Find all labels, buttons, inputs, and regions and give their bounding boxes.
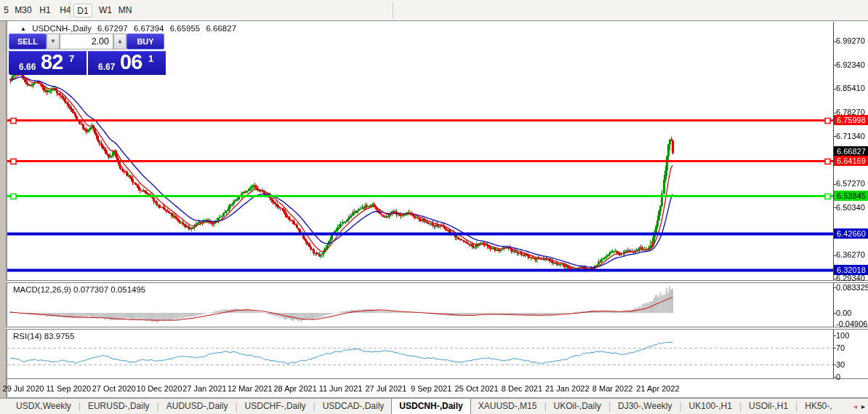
chart-tab-hk50-[interactable]: HK50-, bbox=[797, 399, 839, 414]
buy-price-prefix: 6.67 bbox=[98, 62, 115, 72]
buy-price-point: 1 bbox=[148, 53, 153, 64]
chart-symbol-period: USDCNH-,Daily bbox=[32, 24, 92, 33]
level-price-badge: 6.42660 bbox=[834, 228, 868, 239]
rsi-axis-label: 70 bbox=[836, 343, 845, 352]
buy-price-pips: 06 bbox=[120, 50, 142, 74]
date-axis-label: 11 Sep 2020 bbox=[47, 384, 92, 393]
rsi-name: RSI(14) bbox=[13, 332, 42, 341]
tab-scroll-nav: ◂ ▸ bbox=[853, 399, 865, 414]
date-axis-label: 25 Oct 2021 bbox=[455, 384, 499, 393]
chart-tab-ukoil-daily[interactable]: UKOil-,Daily bbox=[547, 399, 608, 414]
tabs-holder: USDX,Weekly|EURUSD-,Daily|AUDUSD-,Daily|… bbox=[9, 399, 840, 414]
timeframe-button-w1[interactable]: W1 bbox=[96, 4, 115, 17]
rsi-value: 83.9755 bbox=[44, 332, 75, 341]
sell-price-point: 7 bbox=[69, 53, 74, 64]
macd-axis-label: 0.00 bbox=[836, 308, 851, 317]
chart-tab-dj30-weekly[interactable]: DJ30-,Weekly bbox=[611, 399, 679, 414]
timeframe-button-d1[interactable]: D1 bbox=[73, 4, 92, 17]
timeframe-button-mn[interactable]: MN bbox=[115, 4, 135, 17]
volume-increase-icon[interactable]: ▲ bbox=[113, 33, 126, 49]
macd-axis-label: -0.049068 bbox=[836, 319, 868, 328]
level-price-badge: 6.64169 bbox=[834, 156, 868, 166]
ohlc-low: 6.65955 bbox=[170, 24, 201, 33]
macd-values: 0.077307 0.051495 bbox=[73, 285, 145, 294]
timeframe-button-h4[interactable]: H4 bbox=[57, 4, 74, 17]
date-axis-label: 12 Mar 2021 bbox=[228, 384, 273, 393]
one-click-trading-panel: SELL ▼ 2.00 ▲ BUY 6.66 82 7 6.67 06 1 bbox=[9, 33, 167, 75]
price-axis-label: 6.29340 bbox=[836, 274, 865, 282]
chart-title: ▲ USDCNH-,Daily 6.67297 6.67394 6.65955 … bbox=[20, 24, 240, 33]
date-axis-line bbox=[6, 378, 868, 379]
chart-tab-usdcad-daily[interactable]: USDCAD-,Daily bbox=[316, 399, 392, 414]
price-axis-label: 6.36270 bbox=[836, 250, 865, 259]
price-axis-label: 6.85410 bbox=[836, 84, 865, 92]
chart-tab-xauusd-m15[interactable]: XAUUSD-,M15 bbox=[471, 399, 544, 414]
date-axis-label: 29 Jul 2020 bbox=[3, 384, 44, 393]
rsi-indicator-label: RSI(14) 83.9755 bbox=[13, 332, 74, 341]
macd-indicator-label: MACD(12,26,9) 0.077307 0.051495 bbox=[13, 285, 145, 294]
rsi-pane-splitter[interactable] bbox=[6, 327, 868, 330]
timeframe-button-5[interactable]: 5 bbox=[1, 4, 11, 17]
chart-tab-eurusd-daily[interactable]: EURUSD-,Daily bbox=[81, 399, 157, 414]
macd-pane-splitter[interactable] bbox=[6, 280, 868, 283]
tab-scroll-right-icon[interactable]: ▸ bbox=[861, 399, 865, 414]
sell-price-display[interactable]: 6.66 82 7 bbox=[9, 51, 87, 75]
tab-scroll-left-icon[interactable]: ◂ bbox=[853, 399, 857, 414]
price-axis-label: 6.99270 bbox=[836, 36, 865, 45]
sell-button[interactable]: SELL bbox=[9, 33, 47, 49]
date-axis-label: 28 Apr 2021 bbox=[273, 384, 316, 393]
chart-tab-audusd-daily[interactable]: AUDUSD-,Daily bbox=[159, 399, 236, 414]
toolbar-separator bbox=[70, 2, 71, 19]
date-axis-label: 27 Oct 2020 bbox=[92, 384, 136, 393]
sell-price-pips: 82 bbox=[41, 50, 63, 74]
chart-tab-usdx-weekly[interactable]: USDX,Weekly bbox=[9, 399, 79, 414]
buy-button[interactable]: BUY bbox=[126, 33, 164, 49]
chart-tab-usoil-h1[interactable]: USOil-,H1 bbox=[742, 399, 795, 414]
sell-price-prefix: 6.66 bbox=[19, 62, 36, 72]
trading-terminal: 5M30H1H4D1W1MN ▲ USDCNH-,Daily 6.67297 6… bbox=[0, 0, 868, 414]
date-axis-label: 8 Mar 2022 bbox=[592, 384, 633, 393]
date-axis-label: 21 Jan 2022 bbox=[545, 384, 590, 393]
level-price-badge: 6.53845 bbox=[834, 191, 868, 201]
level-price-badge: 6.75998 bbox=[834, 115, 868, 125]
ohlc-high: 6.67394 bbox=[134, 24, 164, 33]
rsi-axis-label: 0 bbox=[836, 373, 840, 381]
date-axis-label: 9 Sep 2021 bbox=[411, 384, 451, 393]
volume-decrease-icon[interactable]: ▼ bbox=[47, 33, 60, 49]
timeframe-button-m30[interactable]: M30 bbox=[13, 4, 33, 17]
date-axis-label: 10 Dec 2020 bbox=[137, 384, 182, 393]
level-price-badge: 6.32018 bbox=[834, 265, 868, 275]
rsi-axis-label: 30 bbox=[836, 360, 845, 369]
buy-price-display[interactable]: 6.67 06 1 bbox=[88, 51, 166, 75]
price-axis-label: 6.50340 bbox=[836, 203, 865, 212]
date-axis-label: 8 Dec 2021 bbox=[502, 384, 542, 393]
price-axis-label: 6.71340 bbox=[836, 132, 865, 140]
rsi-axis-label: 100 bbox=[836, 331, 849, 340]
date-axis-label: 21 Apr 2022 bbox=[636, 384, 679, 393]
chart-tab-usdcnh-daily[interactable]: USDCNH-,Daily bbox=[391, 399, 470, 414]
date-axis-label: 27 Jul 2021 bbox=[365, 384, 406, 393]
ohlc-open: 6.67297 bbox=[97, 24, 128, 33]
price-axis-label: 6.57270 bbox=[836, 179, 865, 188]
date-axis-label: 11 Jun 2021 bbox=[319, 384, 363, 393]
timeframe-toolbar: 5M30H1H4D1W1MN bbox=[0, 0, 868, 21]
timeframe-button-h1[interactable]: H1 bbox=[36, 4, 54, 17]
chart-tab-usdchf-daily[interactable]: USDCHF-,Daily bbox=[238, 399, 313, 414]
macd-name: MACD(12,26,9) bbox=[13, 285, 71, 294]
symbol-tab-bar: USDX,Weekly|EURUSD-,Daily|AUDUSD-,Daily|… bbox=[0, 398, 868, 414]
collapse-panel-icon[interactable]: ▲ bbox=[20, 25, 26, 32]
ohlc-close: 6.66827 bbox=[206, 24, 236, 33]
toolbar-separator bbox=[393, 2, 393, 19]
date-axis-label: 27 Jan 2021 bbox=[182, 384, 227, 393]
tabbar-left-pad bbox=[0, 399, 9, 414]
price-axis-label: 6.92340 bbox=[836, 60, 865, 69]
macd-axis-label: 0.083325 bbox=[836, 283, 868, 292]
volume-input[interactable]: 2.00 bbox=[60, 33, 113, 49]
chart-tab-uk100-h1[interactable]: UK100-,H1 bbox=[682, 399, 739, 414]
